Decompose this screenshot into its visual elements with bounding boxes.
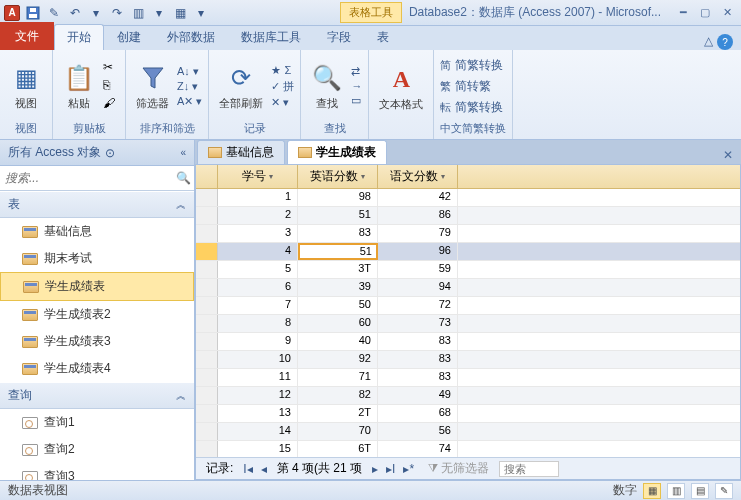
collapse-icon[interactable]: « [180,147,186,158]
goto-icon[interactable]: → [351,80,362,92]
save-record-icon[interactable]: ✓ 拼 [271,79,294,94]
cell[interactable]: 56 [378,423,458,440]
row-selector[interactable] [196,297,218,314]
cell[interactable]: 51 [298,207,378,224]
cell[interactable]: 9 [218,333,298,350]
qat-btn-2[interactable]: ✎ [45,4,63,22]
tab-file[interactable]: 文件 [0,22,54,50]
cell[interactable]: 59 [378,261,458,278]
refresh-button[interactable]: ⟳全部刷新 [215,60,267,113]
tab-external[interactable]: 外部数据 [154,24,228,50]
cell[interactable]: 7 [218,297,298,314]
qat-btn-8[interactable]: ▦ [171,4,189,22]
chart-view-icon[interactable]: ▤ [691,483,709,499]
qat-btn-6[interactable]: ▥ [129,4,147,22]
undo-icon[interactable]: ↶ [66,4,84,22]
cell[interactable]: 82 [298,387,378,404]
table-row[interactable]: 63994 [196,279,740,297]
paste-button[interactable]: 📋粘贴 [59,60,99,113]
cell[interactable]: 51 [298,243,378,260]
tab-dbtools[interactable]: 数据库工具 [228,24,314,50]
find-button[interactable]: 🔍查找 [307,60,347,113]
row-selector[interactable] [196,261,218,278]
next-record-icon[interactable]: ▸ [370,462,380,476]
table-row[interactable]: 117183 [196,369,740,387]
convert-both[interactable]: 転 简繁转换 [440,99,502,116]
delete-record-icon[interactable]: ✕ ▾ [271,96,294,109]
cell[interactable]: 79 [378,225,458,242]
close-icon[interactable]: ✕ [717,5,737,21]
row-selector[interactable] [196,351,218,368]
row-selector[interactable] [196,189,218,206]
cell[interactable]: 71 [298,369,378,386]
table-row[interactable]: 86073 [196,315,740,333]
nav-item-table-0[interactable]: 基础信息 [0,218,194,245]
convert-tc-sc[interactable]: 繁 简转繁 [440,78,502,95]
cell[interactable]: 13 [218,405,298,422]
cell[interactable]: 98 [298,189,378,206]
tab-create[interactable]: 创建 [104,24,154,50]
table-row[interactable]: 128249 [196,387,740,405]
dropdown-icon[interactable]: ▾ [361,172,365,181]
row-selector[interactable] [196,315,218,332]
search-input[interactable] [3,169,176,187]
datasheet-view-icon[interactable]: ▦ [643,483,661,499]
col-header-0[interactable]: 学号▾ [218,165,298,188]
close-tab-icon[interactable]: ✕ [717,146,739,164]
row-selector[interactable] [196,369,218,386]
first-record-icon[interactable]: I◂ [241,462,254,476]
table-row[interactable]: 147056 [196,423,740,441]
select-all-cell[interactable] [196,165,218,188]
cell[interactable]: 1 [218,189,298,206]
dropdown-icon[interactable]: ▾ [441,172,445,181]
cell[interactable]: 73 [378,315,458,332]
cell[interactable]: 86 [378,207,458,224]
filter-button[interactable]: 筛选器 [132,60,173,113]
design-view-icon[interactable]: ✎ [715,483,733,499]
redo-icon[interactable]: ↷ [108,4,126,22]
cell[interactable]: 4 [218,243,298,260]
tab-home[interactable]: 开始 [54,24,104,50]
nav-item-query-1[interactable]: 查询2 [0,436,194,463]
nav-item-table-2[interactable]: 学生成绩表 [0,272,194,301]
record-search-input[interactable] [499,461,559,477]
nav-item-table-4[interactable]: 学生成绩表3 [0,328,194,355]
replace-icon[interactable]: ⇄ [351,65,362,78]
minimize-icon[interactable]: ━ [673,5,693,21]
text-format-button[interactable]: A文本格式 [375,61,427,114]
qat-btn-7[interactable]: ▾ [150,4,168,22]
sort-desc-icon[interactable]: Z↓ ▾ [177,80,202,93]
table-row[interactable]: 75072 [196,297,740,315]
row-selector[interactable] [196,333,218,350]
cell[interactable]: 12 [218,387,298,404]
tab-fields[interactable]: 字段 [314,24,364,50]
save-icon[interactable] [24,4,42,22]
table-row[interactable]: 94083 [196,333,740,351]
cell[interactable]: 83 [378,333,458,350]
cell[interactable]: 6T [298,441,378,457]
help-icon[interactable]: ? [717,34,733,50]
maximize-icon[interactable]: ▢ [695,5,715,21]
table-row[interactable]: 132T68 [196,405,740,423]
cell[interactable]: 14 [218,423,298,440]
tab-table[interactable]: 表 [364,24,402,50]
nav-group-tables[interactable]: 表︽ [0,191,194,218]
nav-item-query-0[interactable]: 查询1 [0,409,194,436]
cell[interactable]: 49 [378,387,458,404]
clear-sort-icon[interactable]: A✕ ▾ [177,95,202,108]
table-row[interactable]: 19842 [196,189,740,207]
cell[interactable]: 96 [378,243,458,260]
cell[interactable]: 3 [218,225,298,242]
cell[interactable]: 39 [298,279,378,296]
cell[interactable]: 8 [218,315,298,332]
cell[interactable]: 3T [298,261,378,278]
row-selector[interactable] [196,243,218,260]
cell[interactable]: 50 [298,297,378,314]
search-icon[interactable]: 🔍 [176,171,191,185]
row-selector[interactable] [196,405,218,422]
cell[interactable]: 2 [218,207,298,224]
col-header-2[interactable]: 语文分数▾ [378,165,458,188]
cell[interactable]: 68 [378,405,458,422]
cell[interactable]: 74 [378,441,458,457]
col-header-1[interactable]: 英语分数▾ [298,165,378,188]
